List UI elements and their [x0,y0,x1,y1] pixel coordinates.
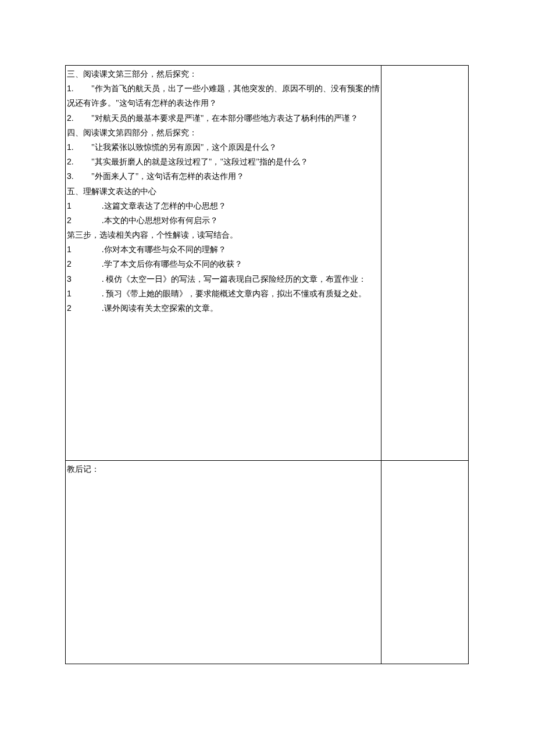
body-text: 2. "其实最折磨人的就是这段过程了"，"这段过程"指的是什么？ [67,155,380,169]
list-number: 1. [67,81,75,96]
body-text: 3. "外面来人了"，这句话有怎样的表达作用？ [67,169,380,184]
body-text: "外面来人了"，这句话有怎样的表达作用？ [75,172,244,181]
body-text: 3. 模仿《太空一日》的写法，写一篇表现自己探险经历的文章，布置作业： [67,272,380,286]
section-heading: 第三步，选读相关内容，个性解读，读写结合。 [67,228,380,242]
body-text: 1. "让我紧张以致惊慌的另有原因"，这个原因是什么？ [67,140,380,155]
side-cell [381,66,469,461]
section-heading: 三、阅读课文第三部分，然后探究： [67,67,380,81]
list-number: 2 [67,213,75,228]
list-number: 1 [67,242,75,257]
body-text: 2.学了本文后你有哪些与众不同的收获？ [67,257,380,271]
table-row: 三、阅读课文第三部分，然后探究： 1. "作为首飞的航天员，出了一些小难题，其他… [66,66,469,461]
body-text: . 预习《带上她的眼睛》，要求能概述文章内容，拟出不懂或有质疑之处。 [102,289,366,298]
body-text: 2. "对航天员的最基本要求是严谨"，在本部分哪些地方表达了杨利伟的严谨？ [67,111,380,126]
list-number: 2. [67,155,75,169]
body-text: .本文的中心思想对你有何启示？ [102,213,218,228]
side-cell [381,461,469,664]
body-text: 2.课外阅读有关太空探索的文章。 [67,301,380,316]
main-content-cell: 三、阅读课文第三部分，然后探究： 1. "作为首飞的航天员，出了一些小难题，其他… [66,66,381,461]
list-number: 1 [67,199,75,213]
list-number: 1 [67,286,75,301]
list-number: 2. [67,111,75,126]
notes-cell: 教后记： [66,461,381,664]
section-heading: 五、理解课文表达的中心 [67,184,380,199]
body-text: "作为首飞的航天员，出了一些小难题，其他突发的、原因不明的、没有预案的情况还有许… [67,84,380,108]
body-text: 2.本文的中心思想对你有何启示？ [67,213,380,228]
table-row: 教后记： [66,461,469,664]
body-text: 1. 预习《带上她的眼睛》，要求能概述文章内容，拟出不懂或有质疑之处。 [67,286,380,301]
list-number: 3 [67,272,75,286]
body-text: "对航天员的最基本要求是严谨"，在本部分哪些地方表达了杨利伟的严谨？ [75,114,358,123]
body-text: 1.这篇文章表达了怎样的中心思想？ [67,199,380,213]
body-text: "让我紧张以致惊慌的另有原因"，这个原因是什么？ [75,143,277,152]
lesson-table: 三、阅读课文第三部分，然后探究： 1. "作为首飞的航天员，出了一些小难题，其他… [65,65,469,664]
body-text: 1. "作为首飞的航天员，出了一些小难题，其他突发的、原因不明的、没有预案的情况… [67,81,380,110]
section-heading: 四、阅读课文第四部分，然后探究： [67,126,380,140]
body-text: .这篇文章表达了怎样的中心思想？ [102,199,226,213]
document-page: 三、阅读课文第三部分，然后探究： 1. "作为首飞的航天员，出了一些小难题，其他… [0,0,535,756]
body-text: .课外阅读有关太空探索的文章。 [102,301,218,316]
body-text: .你对本文有哪些与众不同的理解？ [102,242,226,257]
list-number: 3. [67,169,75,184]
list-number: 2 [67,301,75,316]
body-text: .学了本文后你有哪些与众不同的收获？ [102,257,242,271]
body-text: 1.你对本文有哪些与众不同的理解？ [67,242,380,257]
list-number: 1. [67,140,75,155]
body-text: "其实最折磨人的就是这段过程了"，"这段过程"指的是什么？ [75,157,308,166]
notes-label: 教后记： [67,462,380,476]
list-number: 2 [67,257,75,271]
body-text: . 模仿《太空一日》的写法，写一篇表现自己探险经历的文章，布置作业： [102,275,366,284]
